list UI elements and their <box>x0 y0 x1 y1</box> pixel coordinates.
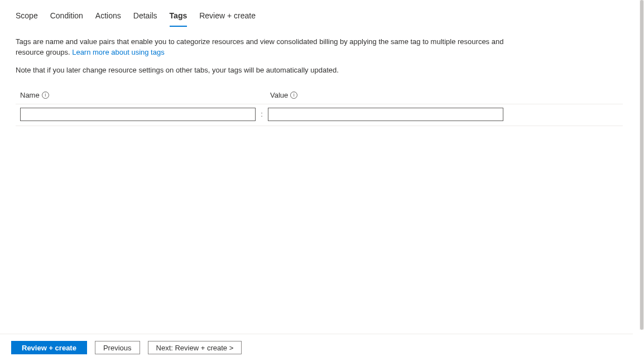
tab-tags[interactable]: Tags <box>170 10 188 27</box>
tag-value-input[interactable] <box>268 108 503 121</box>
wizard-footer: Review + create Previous Next: Review + … <box>0 334 633 361</box>
tab-review[interactable]: Review + create <box>199 10 256 27</box>
review-create-button[interactable]: Review + create <box>11 341 87 354</box>
tab-scope[interactable]: Scope <box>16 10 38 27</box>
previous-button[interactable]: Previous <box>95 341 140 354</box>
key-value-separator: : <box>256 110 268 118</box>
tab-condition[interactable]: Condition <box>50 10 83 27</box>
tab-bar: Scope Condition Actions Details Tags Rev… <box>0 0 638 27</box>
tab-details[interactable]: Details <box>133 10 157 27</box>
tags-note: Note that if you later change resource s… <box>0 58 638 74</box>
learn-more-link[interactable]: Learn more about using tags <box>72 48 165 56</box>
tags-description: Tags are name and value pairs that enabl… <box>0 27 536 58</box>
tag-name-input[interactable] <box>20 108 256 121</box>
next-button[interactable]: Next: Review + create > <box>148 341 242 354</box>
tags-table: Name i Value i : <box>16 91 623 126</box>
table-row: : <box>16 104 623 126</box>
vertical-scrollbar[interactable] <box>640 0 644 330</box>
tags-table-header: Name i Value i <box>16 91 623 104</box>
scrollbar-thumb[interactable] <box>640 0 643 330</box>
info-icon[interactable]: i <box>290 92 297 99</box>
value-column-header: Value <box>270 91 288 99</box>
name-column-header: Name <box>20 91 40 99</box>
info-icon[interactable]: i <box>42 92 49 99</box>
tab-actions[interactable]: Actions <box>95 10 121 27</box>
